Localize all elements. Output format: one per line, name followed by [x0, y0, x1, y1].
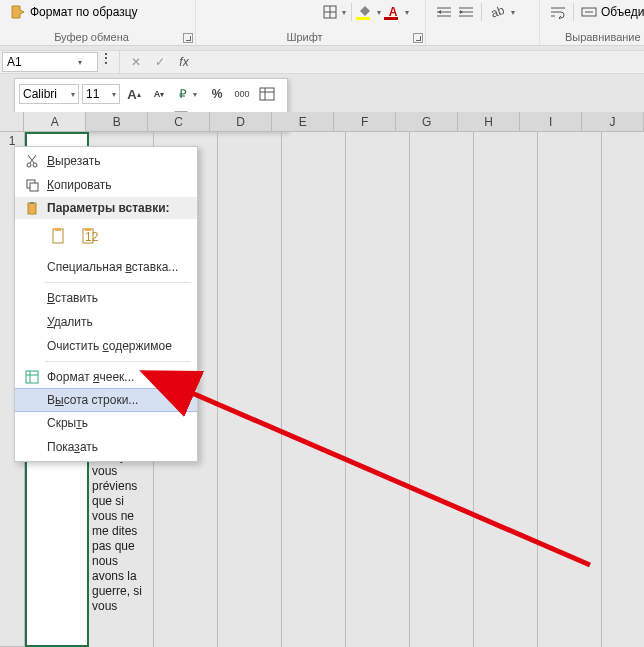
merge-button[interactable] — [579, 2, 599, 22]
decrease-indent-button[interactable] — [434, 2, 454, 22]
namebox-resize[interactable]: ⋮ — [100, 51, 120, 73]
cell-B1-text: vous je vous préviens que si vous ne me … — [89, 447, 151, 616]
name-box-input[interactable] — [3, 55, 71, 69]
ctx-insert-label: Вставить — [47, 291, 98, 305]
orientation-button[interactable]: ab — [487, 2, 507, 22]
copy-icon — [21, 175, 43, 195]
ribbon-group-align-part: ab ▾ — [426, 0, 540, 45]
accounting-format-button[interactable]: ₽▾ — [173, 83, 203, 105]
ctx-hide-label: Скрыть — [47, 416, 88, 430]
font-color-dropdown[interactable]: ▾ — [403, 2, 411, 22]
svg-rect-13 — [30, 183, 38, 191]
fill-color-dropdown[interactable]: ▾ — [375, 2, 383, 22]
wrap-text-button[interactable] — [548, 2, 568, 22]
col-header-F[interactable]: F — [334, 112, 396, 132]
col-header-H[interactable]: H — [458, 112, 520, 132]
ctx-paste-special-label: Специальная вставка... — [47, 260, 178, 274]
svg-point-11 — [33, 163, 37, 167]
ctx-unhide-label: Показать — [47, 440, 98, 454]
paste-option-values[interactable]: 123 — [77, 223, 101, 249]
border-dropdown[interactable]: ▾ — [340, 2, 348, 22]
svg-rect-6 — [260, 88, 274, 100]
ctx-unhide[interactable]: Показать — [15, 435, 197, 459]
paste-option-default[interactable] — [47, 223, 71, 249]
table-format-button[interactable] — [256, 83, 278, 105]
comma-format-button[interactable]: 000 — [231, 83, 253, 105]
col-header-E[interactable]: E — [272, 112, 334, 132]
formula-bar: ▾ ⋮ ✕ ✓ fx — [0, 50, 644, 74]
ctx-delete-label: Удалить — [47, 315, 93, 329]
col-header-C[interactable]: C — [148, 112, 210, 132]
ctx-paste-header: Параметры вставки: — [15, 197, 197, 219]
ctx-hide[interactable]: Скрыть — [15, 411, 197, 435]
svg-rect-15 — [30, 202, 34, 204]
group-label-alignment: Выравнивание — [540, 31, 644, 43]
cancel-formula-button[interactable]: ✕ — [124, 51, 148, 73]
font-name-select[interactable]: Calibri▾ — [19, 84, 79, 104]
column-headers: A B C D E F G H I J — [0, 112, 644, 132]
ctx-row-height[interactable]: Высота строки... — [15, 388, 197, 412]
ribbon-group-font: ▾ ▾ A ▾ Шрифт — [196, 0, 426, 45]
dialog-launcher-font[interactable] — [413, 32, 423, 42]
ctx-copy[interactable]: Копировать — [15, 173, 197, 197]
col-header-B[interactable]: B — [86, 112, 148, 132]
format-painter-icon[interactable] — [8, 2, 28, 22]
font-size-select[interactable]: 11▾ — [82, 84, 120, 104]
insert-function-button[interactable]: fx — [172, 51, 196, 73]
ctx-delete[interactable]: Удалить — [15, 310, 197, 334]
col-header-D[interactable]: D — [210, 112, 272, 132]
grow-font-button[interactable]: A▴ — [123, 83, 145, 105]
fill-color-button[interactable] — [355, 2, 375, 22]
merge-label[interactable]: Объединить — [601, 5, 644, 19]
group-label-clipboard: Буфер обмена — [0, 31, 183, 43]
ctx-cut-label: Вырезать — [47, 154, 100, 168]
cut-icon — [21, 151, 43, 171]
svg-rect-14 — [28, 203, 36, 214]
ctx-row-height-label: Высота строки... — [47, 393, 138, 407]
format-painter-label[interactable]: Формат по образцу — [30, 5, 138, 19]
name-box-dropdown[interactable]: ▾ — [71, 58, 89, 67]
format-cells-icon — [21, 367, 43, 387]
border-button[interactable] — [320, 2, 340, 22]
svg-rect-21 — [26, 371, 38, 383]
svg-text:₽: ₽ — [179, 87, 187, 101]
select-all-corner[interactable] — [0, 112, 24, 132]
paste-options-row: 123 — [15, 219, 197, 255]
svg-text:123: 123 — [85, 230, 98, 244]
thousand-label: 000 — [234, 89, 249, 99]
col-header-I[interactable]: I — [520, 112, 582, 132]
svg-point-10 — [27, 163, 31, 167]
col-header-J[interactable]: J — [582, 112, 644, 132]
ribbon-group-alignment: Объединить Выравнивание — [540, 0, 644, 45]
paste-icon — [21, 198, 43, 218]
dialog-launcher-clipboard[interactable] — [183, 32, 193, 42]
ctx-clear-label: Очистить содержимое — [47, 339, 172, 353]
font-color-button[interactable]: A — [383, 2, 403, 22]
percent-format-button[interactable]: % — [206, 83, 228, 105]
ctx-paste-special[interactable]: Специальная вставка... — [15, 255, 197, 279]
svg-text:ab: ab — [490, 5, 504, 19]
name-box[interactable]: ▾ — [2, 52, 98, 72]
svg-rect-16 — [53, 229, 63, 243]
col-header-A[interactable]: A — [24, 112, 86, 132]
col-header-G[interactable]: G — [396, 112, 458, 132]
svg-rect-17 — [55, 228, 61, 231]
ctx-paste-header-label: Параметры вставки: — [47, 201, 170, 215]
orientation-dropdown[interactable]: ▾ — [509, 2, 517, 22]
ctx-copy-label: Копировать — [47, 178, 112, 192]
ctx-insert[interactable]: Вставить — [15, 286, 197, 310]
percent-label: % — [212, 87, 223, 101]
ctx-cut[interactable]: Вырезать — [15, 149, 197, 173]
enter-formula-button[interactable]: ✓ — [148, 51, 172, 73]
context-menu: Вырезать Копировать Параметры вставки: 1… — [14, 146, 198, 462]
increase-indent-button[interactable] — [456, 2, 476, 22]
ribbon: Формат по образцу Буфер обмена ▾ ▾ A ▾ Ш… — [0, 0, 644, 46]
font-name-value: Calibri — [23, 87, 57, 101]
shrink-font-button[interactable]: A▾ — [148, 83, 170, 105]
group-label-font: Шрифт — [196, 31, 413, 43]
ctx-format-cells-label: Формат ячеек... — [47, 370, 134, 384]
ribbon-group-clipboard: Формат по образцу Буфер обмена — [0, 0, 196, 45]
ctx-clear[interactable]: Очистить содержимое — [15, 334, 197, 358]
ctx-format-cells[interactable]: Формат ячеек... — [15, 365, 197, 389]
font-size-value: 11 — [86, 87, 99, 101]
